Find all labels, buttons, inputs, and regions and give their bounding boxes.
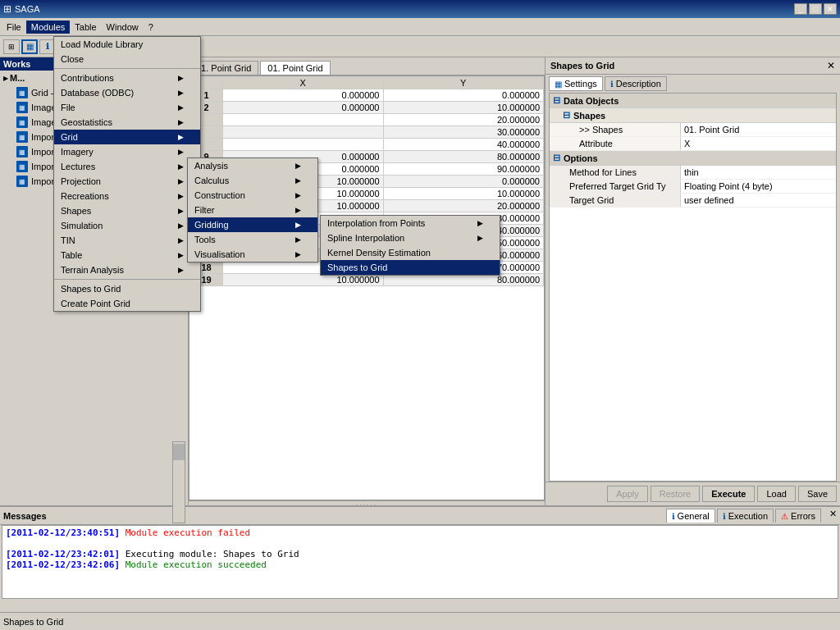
minimize-button[interactable]: _ bbox=[794, 3, 807, 15]
errors-icon: ⚠ bbox=[781, 512, 788, 521]
msg-tab-errors[interactable]: ⚠ Errors bbox=[775, 509, 821, 523]
save-button[interactable]: Save bbox=[798, 486, 837, 502]
menu-grid[interactable]: Grid ▶ bbox=[54, 130, 200, 144]
cell-x bbox=[223, 126, 384, 139]
gridding-spline[interactable]: Spline Interpolation ▶ bbox=[321, 231, 500, 245]
menu-shapes[interactable]: Shapes ▶ bbox=[54, 203, 200, 218]
menu-terrain[interactable]: Terrain Analysis ▶ bbox=[54, 262, 200, 277]
data-table-area[interactable]: X Y 10.0000000.00000020.00000010.0000002… bbox=[189, 75, 545, 500]
menu-imagery[interactable]: Imagery ▶ bbox=[54, 144, 200, 159]
col-header-x: X bbox=[223, 77, 384, 89]
cell-y: 30.000000 bbox=[383, 126, 544, 139]
prop-targetgrid-label: Target Grid bbox=[550, 194, 681, 207]
app-icon: ⊞ bbox=[3, 3, 11, 15]
right-panel-close-icon[interactable]: ✕ bbox=[827, 60, 835, 71]
prop-gridtype-value[interactable]: Floating Point (4 byte) bbox=[681, 180, 836, 193]
subsection-shapes-label: Shapes bbox=[573, 111, 605, 121]
imagery-class-icon: ▦ bbox=[16, 102, 28, 113]
execute-button[interactable]: Execute bbox=[702, 486, 755, 502]
menu-table[interactable]: Table bbox=[70, 21, 101, 34]
grid-menu-calculus[interactable]: Calculus ▶ bbox=[188, 173, 317, 188]
load-button[interactable]: Load bbox=[757, 486, 795, 502]
grid-menu-analysis[interactable]: Analysis ▶ bbox=[188, 158, 317, 173]
close-button[interactable]: ✕ bbox=[824, 3, 837, 15]
tools-arrow: ▶ bbox=[295, 235, 301, 244]
menu-shapes-to-grid[interactable]: Shapes to Grid bbox=[54, 281, 200, 296]
messages-header: Messages ℹ General ℹ Execution ⚠ Errors … bbox=[0, 507, 840, 525]
menu-modules[interactable]: Modules bbox=[26, 21, 71, 34]
interp-arrow: ▶ bbox=[477, 219, 483, 227]
prop-gridtype-row: Preferred Target Grid Ty Floating Point … bbox=[550, 180, 836, 194]
prop-attribute-label: Attribute bbox=[550, 137, 681, 150]
title-bar: ⊞ SAGA _ □ ✕ bbox=[0, 0, 840, 18]
execution-icon: ℹ bbox=[723, 512, 726, 521]
msg-line-3: [2011-02-12/23:42:06] Module execution s… bbox=[6, 559, 834, 570]
apply-button[interactable]: Apply bbox=[607, 486, 648, 502]
grid-menu-gridding[interactable]: Gridding ▶ bbox=[188, 217, 317, 232]
menu-projection[interactable]: Projection ▶ bbox=[54, 174, 200, 189]
menu-lectures[interactable]: Lectures ▶ bbox=[54, 159, 200, 174]
tab-point-grid-2[interactable]: 01. Point Grid bbox=[260, 61, 330, 75]
tab-settings[interactable]: ▦ Settings bbox=[549, 76, 603, 91]
msg-line-blank bbox=[6, 538, 834, 549]
cell-y: 90.000000 bbox=[383, 163, 544, 176]
action-buttons: Apply Restore Execute Load Save bbox=[546, 482, 840, 505]
toolbar-grid-btn[interactable]: ▦ bbox=[21, 39, 38, 54]
menu-help[interactable]: ? bbox=[144, 21, 158, 34]
resize-handle[interactable]: ...... bbox=[189, 500, 545, 505]
messages-close-icon[interactable]: ✕ bbox=[829, 509, 837, 523]
maximize-button[interactable]: □ bbox=[809, 3, 822, 15]
prop-targetgrid-value[interactable]: user defined bbox=[681, 194, 836, 207]
cell-y: 20.000000 bbox=[383, 114, 544, 126]
restore-button[interactable]: Restore bbox=[651, 486, 701, 502]
msg-tab-general[interactable]: ℹ General bbox=[666, 509, 715, 523]
menu-database[interactable]: Database (ODBC) ▶ bbox=[54, 85, 200, 100]
menu-table[interactable]: Table ▶ bbox=[54, 248, 200, 262]
options-collapse-icon[interactable]: ⊟ bbox=[553, 153, 560, 163]
grid-menu-construction[interactable]: Construction ▶ bbox=[188, 188, 317, 203]
gridding-shapes-to-grid[interactable]: Shapes to Grid bbox=[321, 260, 500, 275]
table-row: 20.000000 bbox=[190, 114, 544, 126]
prop-method-value[interactable]: thin bbox=[681, 166, 836, 179]
gridding-kernel[interactable]: Kernel Density Estimation bbox=[321, 245, 500, 260]
section-data-objects-label: Data Objects bbox=[564, 96, 619, 106]
menu-contributions[interactable]: Contributions ▶ bbox=[54, 71, 200, 85]
menu-close[interactable]: Close bbox=[54, 52, 200, 66]
msg-tab-execution[interactable]: ℹ Execution bbox=[717, 509, 774, 523]
properties-panel: ⊟ Data Objects ⊟ Shapes >> Shapes 01. Po… bbox=[549, 93, 837, 482]
table-row: 20.00000010.000000 bbox=[190, 102, 544, 114]
modules-dropdown[interactable]: Load Module Library Close Contributions … bbox=[53, 36, 201, 312]
messages-content[interactable]: [2011-02-12/23:40:51] Module execution f… bbox=[2, 525, 838, 599]
grid-submenu[interactable]: Analysis ▶ Calculus ▶ Construction ▶ Fil… bbox=[187, 158, 318, 262]
menu-window[interactable]: Window bbox=[102, 21, 144, 34]
section-collapse-icon[interactable]: ⊟ bbox=[553, 95, 560, 106]
settings-icon: ▦ bbox=[555, 80, 562, 89]
grid-menu-filter[interactable]: Filter ▶ bbox=[188, 203, 317, 217]
table-row: 30.000000 bbox=[190, 126, 544, 139]
left-scrollbar[interactable] bbox=[172, 441, 185, 505]
menu-recreations[interactable]: Recreations ▶ bbox=[54, 189, 200, 203]
gridding-interp-points[interactable]: Interpolation from Points ▶ bbox=[321, 216, 500, 231]
prop-shapes-value[interactable]: 01. Point Grid bbox=[681, 123, 836, 136]
calculus-arrow: ▶ bbox=[295, 176, 301, 185]
cell-y: 10.000000 bbox=[383, 102, 544, 114]
left-scroll-thumb[interactable] bbox=[173, 444, 185, 460]
subsection-collapse-icon[interactable]: ⊟ bbox=[563, 110, 570, 121]
gridding-submenu[interactable]: Interpolation from Points ▶ Spline Inter… bbox=[320, 215, 500, 276]
lectures-arrow: ▶ bbox=[178, 162, 184, 171]
section-data-objects: ⊟ Data Objects bbox=[550, 94, 836, 108]
menu-load-library[interactable]: Load Module Library bbox=[54, 37, 200, 52]
tab-description[interactable]: ℹ Description bbox=[605, 76, 667, 91]
menu-tin[interactable]: TIN ▶ bbox=[54, 233, 200, 248]
menu-geostatistics[interactable]: Geostatistics ▶ bbox=[54, 115, 200, 130]
menu-file[interactable]: File ▶ bbox=[54, 100, 200, 115]
left-tree-root[interactable]: M... bbox=[10, 73, 25, 83]
grid-menu-tools[interactable]: Tools ▶ bbox=[188, 232, 317, 247]
menu-simulation[interactable]: Simulation ▶ bbox=[54, 218, 200, 233]
spline-arrow: ▶ bbox=[477, 234, 483, 242]
menu-create-point-grid[interactable]: Create Point Grid bbox=[54, 296, 200, 311]
prop-attribute-value[interactable]: X bbox=[681, 137, 836, 150]
cell-y: 0.000000 bbox=[383, 89, 544, 102]
menu-file[interactable]: File bbox=[2, 21, 26, 34]
grid-menu-visualisation[interactable]: Visualisation ▶ bbox=[188, 247, 317, 262]
